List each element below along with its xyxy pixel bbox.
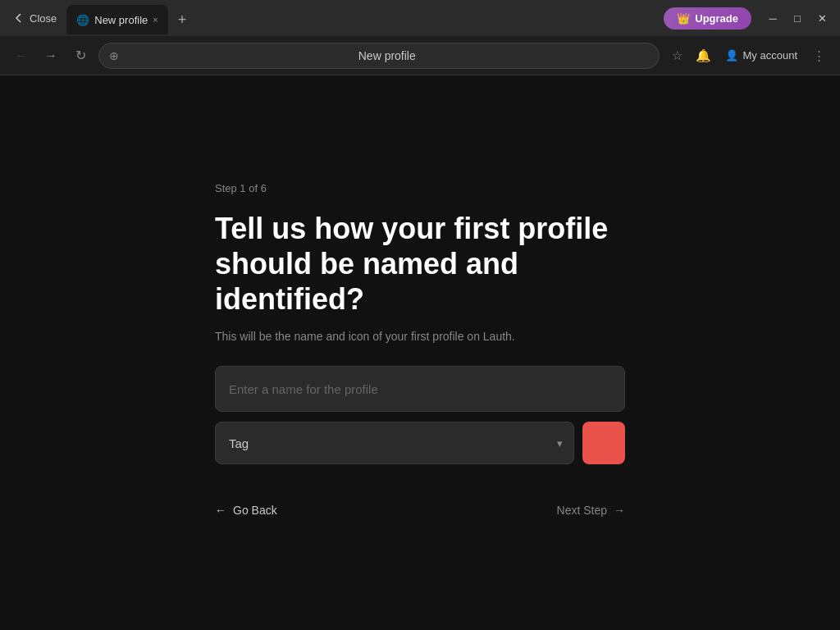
nav-actions: ☆ 🔔 👤 My account ⋮ xyxy=(666,44,830,67)
refresh-icon: ↻ xyxy=(75,48,86,63)
main-heading: Tell us how your first profile should be… xyxy=(215,211,625,317)
bookmark-button[interactable]: ☆ xyxy=(666,44,689,67)
account-icon: 👤 xyxy=(725,49,738,62)
subtext: This will be the name and icon of your f… xyxy=(215,330,625,343)
more-button[interactable]: ⋮ xyxy=(807,44,830,67)
close-tab-label: Close xyxy=(30,12,57,25)
tab-close-icon[interactable]: × xyxy=(153,15,158,25)
address-globe-icon: ⊕ xyxy=(109,49,119,62)
minimize-button[interactable]: ─ xyxy=(761,7,784,30)
back-icon: ← xyxy=(15,48,28,63)
heading-line3: identified? xyxy=(215,282,364,316)
active-tab[interactable]: 🌐 New profile × xyxy=(66,5,167,34)
address-text: New profile xyxy=(126,49,649,62)
notification-icon: 🔔 xyxy=(696,48,711,63)
upgrade-button[interactable]: 👑 Upgrade xyxy=(664,7,751,30)
new-tab-button[interactable]: + xyxy=(171,8,194,32)
bookmark-icon: ☆ xyxy=(672,48,682,63)
go-back-label: Go Back xyxy=(233,504,277,517)
tag-select-wrapper: Tag Personal Work Gaming Shopping ▾ xyxy=(215,422,574,464)
go-back-button[interactable]: ← Go Back xyxy=(215,497,277,523)
my-account-button[interactable]: 👤 My account xyxy=(719,46,804,65)
close-tab-button[interactable]: Close xyxy=(7,9,63,28)
tab-title: New profile xyxy=(94,14,148,26)
navbar: ← → ↻ ⊕ New profile ☆ 🔔 👤 My account ⋮ xyxy=(0,36,840,75)
tag-select[interactable]: Tag Personal Work Gaming Shopping xyxy=(215,422,574,464)
main-content: Step 1 of 6 Tell us how your first profi… xyxy=(0,75,840,630)
color-swatch[interactable] xyxy=(582,422,625,464)
heading-line1: Tell us how your first profile xyxy=(215,212,608,245)
titlebar: Close 🌐 New profile × + 👑 Upgrade ─ □ ✕ xyxy=(0,0,840,36)
go-back-arrow-icon: ← xyxy=(215,504,226,517)
address-bar[interactable]: ⊕ New profile xyxy=(98,43,660,69)
upgrade-label: Upgrade xyxy=(695,12,738,25)
next-step-arrow-icon: → xyxy=(614,504,625,517)
next-step-label: Next Step xyxy=(557,504,607,517)
step-indicator: Step 1 of 6 xyxy=(215,182,625,194)
notification-button[interactable]: 🔔 xyxy=(692,44,715,67)
forward-icon: → xyxy=(44,48,57,63)
tag-color-row: Tag Personal Work Gaming Shopping ▾ xyxy=(215,422,625,464)
heading-line2: should be named and xyxy=(215,247,518,281)
account-label: My account xyxy=(743,49,797,62)
next-step-button[interactable]: Next Step → xyxy=(557,497,625,523)
globe-tab-icon: 🌐 xyxy=(76,14,89,26)
back-arrow-icon xyxy=(13,12,25,24)
maximize-button[interactable]: □ xyxy=(786,7,809,30)
content-card: Step 1 of 6 Tell us how your first profi… xyxy=(215,166,625,541)
forward-button[interactable]: → xyxy=(39,44,62,67)
profile-name-input[interactable] xyxy=(215,366,625,412)
more-icon: ⋮ xyxy=(813,48,825,63)
back-button[interactable]: ← xyxy=(10,44,33,67)
close-window-button[interactable]: ✕ xyxy=(810,7,833,30)
refresh-button[interactable]: ↻ xyxy=(69,44,92,67)
window-controls: ─ □ ✕ xyxy=(761,7,833,30)
upgrade-icon: 👑 xyxy=(677,12,690,25)
nav-buttons: ← Go Back Next Step → xyxy=(215,497,625,523)
